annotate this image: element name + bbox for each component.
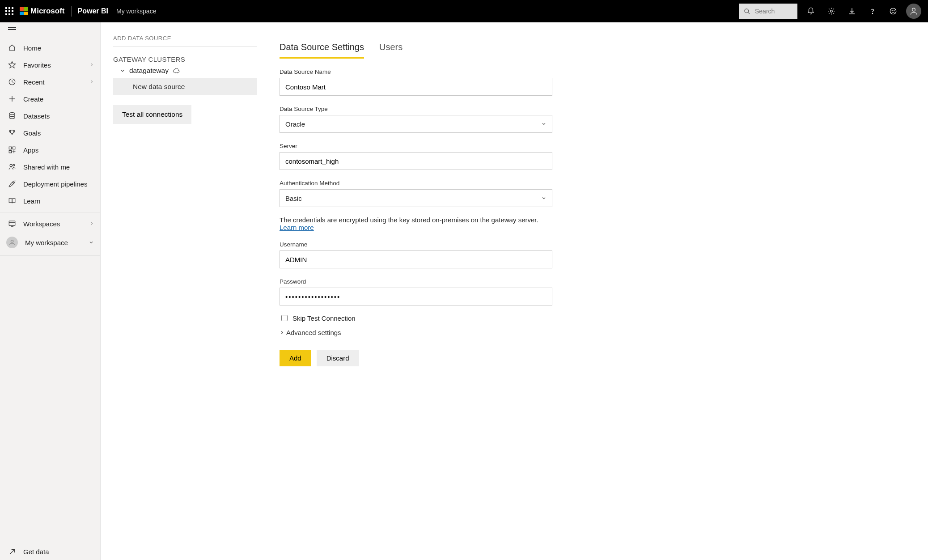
search-input[interactable] — [754, 7, 790, 15]
global-search[interactable] — [739, 4, 797, 19]
nav-learn[interactable]: Learn — [0, 192, 100, 209]
nav-pipelines[interactable]: Deployment pipelines — [0, 175, 100, 192]
chevron-right-icon — [89, 80, 94, 84]
star-icon — [8, 61, 16, 69]
advanced-label: Advanced settings — [286, 329, 341, 336]
nav-label: Apps — [23, 146, 38, 154]
nav-label: Goals — [23, 129, 41, 137]
nav-label: Home — [23, 44, 41, 52]
info-text: The credentials are encrypted using the … — [280, 216, 538, 224]
password-input[interactable] — [280, 288, 552, 305]
nav-apps[interactable]: Apps — [0, 141, 100, 158]
svg-rect-13 — [9, 147, 11, 149]
learn-more-link[interactable]: Learn more — [280, 224, 314, 231]
trophy-icon — [8, 129, 16, 137]
ds-type-select[interactable]: Oracle — [280, 115, 552, 133]
chevron-right-icon — [89, 221, 94, 226]
bell-icon — [807, 7, 815, 15]
svg-point-2 — [831, 10, 833, 13]
svg-point-3 — [872, 13, 873, 14]
apps-icon — [8, 146, 16, 154]
product-name[interactable]: Power BI — [78, 7, 108, 15]
nav-home[interactable]: Home — [0, 39, 100, 56]
workspaces-icon — [8, 220, 16, 228]
auth-method-value: Basic — [285, 195, 302, 202]
add-button[interactable]: Add — [280, 350, 311, 366]
password-label: Password — [280, 278, 552, 285]
svg-point-5 — [892, 10, 892, 11]
new-data-source-item[interactable]: New data source — [113, 78, 257, 95]
shared-icon — [8, 163, 16, 171]
tabs: Data Source Settings Users — [280, 42, 910, 59]
svg-point-6 — [894, 10, 894, 11]
gateway-tree-item[interactable]: datagateway — [113, 63, 257, 78]
nav-toggle-button[interactable] — [8, 27, 16, 32]
chevron-right-icon — [280, 330, 284, 335]
nav-shared[interactable]: Shared with me — [0, 158, 100, 175]
help-button[interactable] — [864, 2, 881, 20]
clusters-panel: ADD DATA SOURCE GATEWAY CLUSTERS datagat… — [101, 22, 266, 560]
main-panel: Data Source Settings Users Data Source N… — [266, 22, 928, 560]
settings-button[interactable] — [822, 2, 840, 20]
download-icon — [848, 7, 856, 15]
gateway-name: datagateway — [129, 67, 169, 75]
chevron-down-icon — [541, 121, 547, 127]
company-name: Microsoft — [30, 7, 65, 16]
server-label: Server — [280, 143, 552, 149]
chevron-down-icon — [89, 240, 94, 245]
workspace-avatar-icon — [6, 237, 18, 248]
username-label: Username — [280, 241, 552, 248]
download-button[interactable] — [843, 2, 861, 20]
clock-icon — [8, 78, 16, 86]
chevron-right-icon — [89, 63, 94, 67]
divider — [113, 46, 257, 47]
microsoft-logo[interactable]: Microsoft — [20, 7, 65, 16]
ds-name-input[interactable] — [280, 78, 552, 96]
nav-recent[interactable]: Recent — [0, 73, 100, 90]
svg-marker-8 — [9, 62, 16, 68]
credentials-info: The credentials are encrypted using the … — [280, 216, 557, 231]
avatar-icon — [906, 4, 921, 19]
skip-test-checkbox[interactable] — [281, 315, 288, 321]
nav-label: Get data — [23, 548, 49, 556]
breadcrumb[interactable]: My workspace — [116, 8, 156, 15]
advanced-settings-toggle[interactable]: Advanced settings — [280, 329, 910, 336]
chevron-down-icon — [541, 195, 547, 201]
tab-data-source-settings[interactable]: Data Source Settings — [280, 42, 364, 59]
nav-label: Shared with me — [23, 163, 70, 171]
nav-create[interactable]: Create — [0, 90, 100, 107]
auth-method-label: Authentication Method — [280, 180, 552, 187]
divider — [71, 6, 72, 17]
nav-getdata[interactable]: Get data — [0, 543, 100, 560]
ds-name-label: Data Source Name — [280, 68, 552, 75]
account-button[interactable] — [905, 2, 923, 20]
server-input[interactable] — [280, 152, 552, 170]
test-connections-button[interactable]: Test all connections — [113, 105, 191, 124]
username-input[interactable] — [280, 250, 552, 268]
svg-point-0 — [745, 8, 749, 13]
question-icon — [869, 7, 877, 15]
svg-line-1 — [748, 12, 750, 14]
nav-myworkspace[interactable]: My workspace — [0, 232, 100, 253]
microsoft-flag-icon — [20, 7, 28, 15]
tree-child-label: New data source — [133, 83, 185, 90]
svg-rect-15 — [9, 151, 11, 153]
notifications-button[interactable] — [802, 2, 820, 20]
clusters-heading: GATEWAY CLUSTERS — [113, 55, 257, 63]
nav-datasets[interactable]: Datasets — [0, 107, 100, 124]
nav-workspaces[interactable]: Workspaces — [0, 215, 100, 232]
nav-label: Recent — [23, 78, 45, 86]
app-launcher-icon[interactable] — [5, 7, 13, 15]
svg-rect-14 — [13, 147, 15, 149]
rocket-icon — [8, 180, 16, 188]
auth-method-select[interactable]: Basic — [280, 189, 552, 207]
nav-goals[interactable]: Goals — [0, 124, 100, 141]
nav-favorites[interactable]: Favorites — [0, 56, 100, 73]
discard-button[interactable]: Discard — [317, 350, 359, 366]
page-title: ADD DATA SOURCE — [113, 35, 257, 42]
tab-users[interactable]: Users — [379, 42, 403, 59]
nav-label: Workspaces — [23, 220, 60, 228]
ds-type-label: Data Source Type — [280, 106, 552, 112]
plus-icon — [8, 95, 16, 103]
feedback-button[interactable] — [884, 2, 902, 20]
